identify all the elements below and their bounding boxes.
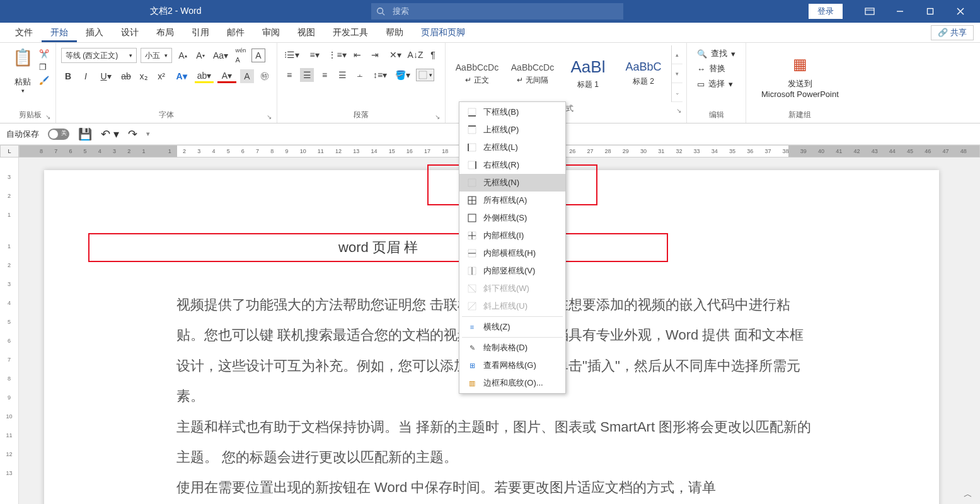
align-center-button[interactable]: ☰ [300, 68, 314, 82]
style-nospacing[interactable]: AaBbCcDc↵ 无间隔 [505, 45, 560, 102]
page-header[interactable]: word 页眉 样 [88, 233, 668, 262]
find-button[interactable]: 🔍 查找 ▾ [697, 48, 735, 59]
tab-view[interactable]: 视图 [289, 23, 324, 42]
autosave-toggle[interactable]: 关 [48, 129, 69, 140]
font-launcher[interactable]: ↘ [267, 113, 272, 120]
enclose-char-button[interactable]: ㊕ [258, 69, 272, 83]
vertical-ruler[interactable]: 32112345678910111213 [0, 158, 19, 504]
undo-button[interactable]: ↶ ▾ [101, 127, 119, 141]
body-paragraph-2[interactable]: 主题和样式也有助于文档保持协调。当 择新的主题时，图片、图表或 SmartArt… [176, 412, 813, 473]
borders-button[interactable]: ▾ [416, 69, 434, 81]
cut-button[interactable]: ✂️ [39, 49, 49, 59]
align-left-button[interactable]: ≡ [282, 68, 296, 82]
replace-button[interactable]: ↔ 替换 [697, 63, 725, 74]
sendto-label2: Microsoft PowerPoint [761, 89, 839, 99]
format-painter-button[interactable]: 🖌️ [39, 76, 49, 85]
send-to-powerpoint-button[interactable]: ▦ 发送到 Microsoft PowerPoint [750, 45, 850, 108]
redo-button[interactable]: ↷ [128, 127, 137, 141]
powerpoint-icon: ▦ [793, 55, 807, 73]
view-gridlines-item[interactable]: ⊞查看网格线(G) [459, 357, 565, 374]
char-border-button[interactable]: A [251, 49, 265, 62]
line-spacing-button[interactable]: ↕≡▾ [371, 68, 389, 82]
align-right-button[interactable]: ≡ [318, 68, 331, 82]
copy-button[interactable]: ❐ [39, 62, 49, 72]
close-button[interactable] [946, 0, 975, 23]
border-none-item[interactable]: 无框线(N) [459, 174, 565, 192]
paste-button[interactable]: 📋 粘贴 ▾ [9, 45, 37, 96]
tab-review[interactable]: 审阅 [253, 23, 289, 42]
decrease-indent-button[interactable]: ⇤ [350, 48, 364, 62]
border-inside-h-item[interactable]: 内部横框线(H) [459, 244, 565, 262]
tab-selector[interactable]: L [0, 145, 19, 158]
border-all-item[interactable]: 所有框线(A) [459, 192, 565, 209]
border-diag-up-item[interactable]: 斜上框线(U) [459, 297, 565, 315]
border-inside-item[interactable]: 内部框线(I) [459, 227, 565, 244]
styles-launcher[interactable]: ↘ [676, 107, 681, 114]
border-right-item[interactable]: 右框线(R) [459, 156, 565, 174]
shrink-font-button[interactable]: A▾ [193, 49, 207, 62]
font-color-button[interactable]: A▾ [217, 69, 236, 83]
numbering-button[interactable]: ≡▾ [305, 48, 324, 62]
text-effects-button[interactable]: A▾ [172, 69, 191, 83]
phonetic-guide-button[interactable]: wénA [234, 49, 248, 62]
tab-home[interactable]: 开始 [42, 23, 77, 42]
body-paragraph-3[interactable]: 使用在需要位置出现的新按钮在 Word 中保存时间。若要更改图片适应文档的方式，… [176, 472, 813, 503]
sort-button[interactable]: A↓Z [408, 48, 422, 62]
distribute-button[interactable]: ⫠ [353, 68, 367, 82]
clipboard-launcher[interactable]: ↘ [45, 113, 50, 120]
increase-indent-button[interactable]: ⇥ [368, 48, 382, 62]
italic-button[interactable]: I [79, 69, 93, 83]
show-marks-button[interactable]: ¶ [426, 48, 440, 62]
maximize-button[interactable] [916, 0, 945, 23]
bullets-button[interactable]: ⁝☰▾ [282, 48, 301, 62]
draw-table-item[interactable]: ✎绘制表格(D) [459, 339, 565, 357]
shading-button[interactable]: 🪣▾ [393, 68, 412, 82]
subscript-button[interactable]: x₂ [137, 69, 151, 83]
grow-font-button[interactable]: A▴ [176, 49, 190, 62]
border-inside-v-item[interactable]: 内部竖框线(V) [459, 262, 565, 280]
ribbon-mode-button[interactable] [855, 0, 884, 23]
tab-references[interactable]: 引用 [183, 23, 218, 42]
svg-rect-17 [468, 179, 476, 186]
bold-button[interactable]: B [61, 69, 75, 83]
style-heading2[interactable]: AaBbC标题 2 [616, 45, 671, 102]
style-normal[interactable]: AaBbCcDc↵ 正文 [449, 45, 505, 102]
borders-shading-item[interactable]: ▥边框和底纹(O)... [459, 374, 565, 392]
border-left-item[interactable]: 左框线(L) [459, 139, 565, 156]
styles-scroll[interactable]: ▴▾⌄ [671, 45, 683, 102]
tab-help[interactable]: 帮助 [377, 23, 412, 42]
underline-button[interactable]: U▾ [96, 69, 115, 83]
border-outside-item[interactable]: 外侧框线(S) [459, 209, 565, 227]
asian-layout-button[interactable]: ✕▾ [386, 48, 405, 62]
border-bottom-item[interactable]: 下框线(B) [459, 103, 565, 121]
search-box[interactable]: 搜索 [371, 3, 623, 20]
border-top-item[interactable]: 上框线(P) [459, 121, 565, 139]
justify-button[interactable]: ☰ [335, 68, 349, 82]
strikethrough-button[interactable]: ab [119, 69, 133, 83]
font-size-combo[interactable]: 小五 ▾ [141, 48, 172, 63]
tab-design[interactable]: 设计 [112, 23, 147, 42]
font-name-combo[interactable]: 等线 (西文正文) ▾ [61, 48, 137, 63]
horizontal-line-item[interactable]: ≡横线(Z) [459, 318, 565, 336]
char-shading-button[interactable]: A [240, 69, 254, 83]
change-case-button[interactable]: Aa▾ [211, 49, 230, 62]
tab-file[interactable]: 文件 [6, 23, 42, 42]
tab-mailings[interactable]: 邮件 [218, 23, 253, 42]
qat-customize-button[interactable]: ▾ [146, 130, 150, 138]
paragraph-launcher[interactable]: ↘ [435, 113, 440, 120]
tab-header-footer[interactable]: 页眉和页脚 [412, 23, 474, 42]
share-button[interactable]: 🔗 共享 [931, 25, 974, 40]
superscript-button[interactable]: x² [154, 69, 168, 83]
border-diag-down-item[interactable]: 斜下框线(W) [459, 280, 565, 297]
save-button[interactable]: 💾 [78, 127, 92, 141]
separator [462, 337, 563, 338]
minimize-button[interactable] [885, 0, 914, 23]
multilevel-button[interactable]: ⋮≡▾ [328, 48, 347, 62]
tab-developer[interactable]: 开发工具 [324, 23, 377, 42]
tab-insert[interactable]: 插入 [77, 23, 112, 42]
select-button[interactable]: ▭ 选择 ▾ [697, 78, 733, 89]
highlight-button[interactable]: ab▾ [195, 69, 214, 83]
tab-layout[interactable]: 布局 [147, 23, 183, 42]
style-heading1[interactable]: AaBl标题 1 [560, 45, 616, 102]
login-button[interactable]: 登录 [809, 4, 843, 19]
